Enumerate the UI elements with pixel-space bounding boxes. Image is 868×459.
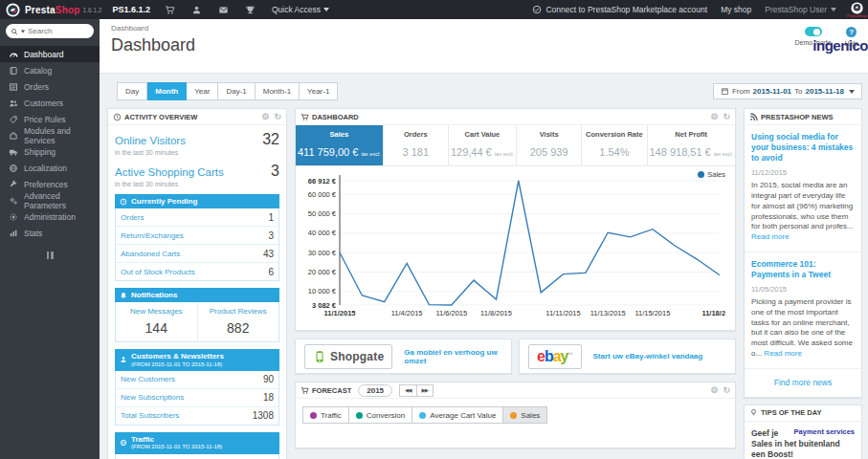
tag-icon xyxy=(9,115,18,124)
cart-icon[interactable] xyxy=(165,5,175,15)
chevron-down-icon xyxy=(831,8,836,11)
clock-icon xyxy=(113,113,122,121)
version-small: 1.6.1.2 xyxy=(83,7,102,13)
tips-of-the-day-panel: TIPS OF THE DAY ingenico Payment service… xyxy=(744,404,862,459)
sidebar-item-administration[interactable]: Administration xyxy=(0,208,100,225)
top-bar: PrestaShop 1.6.1.2 PS1.6.1.2 Quick Acces… xyxy=(0,0,868,19)
quick-access-menu[interactable]: Quick Access xyxy=(272,5,329,14)
sidebar: Dashboard Catalog Orders Customers Price… xyxy=(0,19,100,459)
out-of-stock-link[interactable]: Out of Stock Products xyxy=(121,268,195,276)
ingenico-logo[interactable]: ingenico Payment services xyxy=(788,428,855,436)
marketplace-link[interactable]: Connect to PrestaShop Marketplace accoun… xyxy=(532,5,707,14)
user-icon xyxy=(120,356,127,363)
chevron-down-icon xyxy=(323,8,329,11)
search-icon xyxy=(11,28,18,35)
list-icon xyxy=(9,82,18,92)
sidebar-item-price-rules[interactable]: Price Rules xyxy=(0,111,100,127)
topbar-icons xyxy=(165,5,256,15)
sidebar-item-advanced-parameters[interactable]: Advanced Parameters xyxy=(0,192,100,208)
range-button-day[interactable]: Day xyxy=(117,82,147,100)
sidebar-collapse-button[interactable] xyxy=(0,251,100,259)
abandoned-carts-link[interactable]: Abandoned Carts xyxy=(121,250,180,258)
my-shop-link[interactable]: My shop xyxy=(721,5,751,14)
sidebar-item-dashboard[interactable]: Dashboard xyxy=(0,46,100,62)
sidebar-item-modules[interactable]: Modules and Services xyxy=(0,127,100,143)
sidebar-item-catalog[interactable]: Catalog xyxy=(0,62,100,78)
prestashop-logo-icon xyxy=(6,3,20,17)
bell-icon xyxy=(120,292,127,299)
book-icon xyxy=(9,66,18,76)
sidebar-item-orders[interactable]: Orders xyxy=(0,78,100,95)
sidebar-item-customers[interactable]: Customers xyxy=(0,95,100,111)
sidebar-item-localization[interactable]: Localization xyxy=(0,160,100,176)
new-subscriptions-link[interactable]: New Subscriptions xyxy=(121,393,184,402)
avatar[interactable]: PrestaShop xyxy=(850,2,864,18)
wrench-icon xyxy=(9,180,18,189)
globe-icon xyxy=(120,439,127,447)
help-icon[interactable]: ? xyxy=(846,27,857,37)
total-subscribers-link[interactable]: Total Subscribers xyxy=(121,411,179,420)
globe-icon xyxy=(9,164,18,173)
search-input[interactable] xyxy=(28,27,76,35)
gauge-icon xyxy=(9,50,18,59)
range-button-month[interactable]: Month xyxy=(147,82,187,100)
version-ps: PS1.6.1.2 xyxy=(112,5,150,14)
main-content: Dashboard Dashboard Demo mode ? Help Day… xyxy=(100,19,868,459)
trophy-icon[interactable] xyxy=(245,5,256,15)
demo-mode-toggle[interactable] xyxy=(805,27,822,36)
customer-icon[interactable] xyxy=(191,5,202,15)
online-visitors-link[interactable]: Online Visitors xyxy=(115,135,186,146)
puzzle-icon xyxy=(9,131,18,141)
bar-chart-icon xyxy=(9,229,18,238)
sidebar-item-stats[interactable]: Stats xyxy=(0,225,100,241)
chevron-down-icon[interactable] xyxy=(21,30,25,33)
new-messages-cell[interactable]: New Messages 144 xyxy=(116,302,198,341)
sidebar-search xyxy=(6,24,94,38)
clock-icon xyxy=(120,198,127,206)
gears-icon xyxy=(9,196,18,206)
returns-link[interactable]: Return/Exchanges xyxy=(121,231,184,240)
truck-icon xyxy=(9,147,18,157)
gear-icon xyxy=(9,212,18,222)
sidebar-item-preferences[interactable]: Preferences xyxy=(0,176,100,192)
brand-name: PrestaShop xyxy=(25,5,80,15)
new-customers-link[interactable]: New Customers xyxy=(121,375,175,383)
orders-link[interactable]: Orders xyxy=(121,213,144,222)
sidebar-item-shipping[interactable]: Shipping xyxy=(0,143,100,160)
marketplace-icon xyxy=(532,5,542,14)
sidebar-menu: Dashboard Catalog Orders Customers Price… xyxy=(0,46,100,241)
user-menu[interactable]: PrestaShop User xyxy=(765,5,836,14)
users-icon xyxy=(9,98,18,108)
breadcrumb[interactable]: Dashboard xyxy=(111,24,868,33)
envelope-icon[interactable] xyxy=(218,5,229,15)
